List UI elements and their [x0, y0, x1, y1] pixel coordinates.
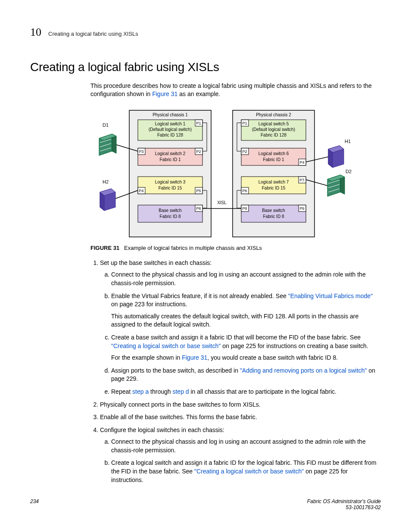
- svg-text:Fabric ID 1: Fabric ID 1: [263, 157, 284, 162]
- procedure-list: Set up the base switches in each chassis…: [90, 259, 381, 484]
- step-1a: Connect to the physical chassis and log …: [111, 271, 381, 287]
- step-1-sublist: Connect to the physical chassis and log …: [100, 271, 381, 396]
- device-d1-icon: [99, 134, 116, 156]
- step-1e: Repeat step a through step d in all chas…: [111, 388, 381, 396]
- svg-text:Fabric ID 128: Fabric ID 128: [261, 133, 286, 137]
- svg-text:P1: P1: [196, 121, 201, 125]
- step-4: Configure the logical switches in each c…: [100, 426, 381, 485]
- svg-text:D2: D2: [346, 169, 352, 174]
- svg-text:Fabric ID 15: Fabric ID 15: [159, 186, 182, 190]
- svg-text:P2: P2: [196, 149, 201, 154]
- step-2: Physically connect ports in the base swi…: [100, 401, 381, 409]
- svg-rect-34: [241, 148, 306, 165]
- step-1b-para: This automatically creates the default l…: [111, 312, 381, 329]
- svg-rect-7: [138, 148, 202, 165]
- step-1b-t2: on page 223 for instructions.: [111, 301, 187, 308]
- figure-31-diagram: Physical chassis 1 Logical switch 1 (Def…: [90, 106, 381, 240]
- step-1c-para: For the example shown in Figure 31, you …: [111, 354, 381, 362]
- step-1d-link[interactable]: "Adding and removing ports on a logical …: [240, 367, 367, 374]
- svg-rect-48: [241, 205, 306, 222]
- step-1c-para-link[interactable]: Figure 31: [182, 354, 207, 361]
- figure-label: FIGURE 31: [90, 245, 119, 251]
- device-d2-icon: [327, 175, 345, 196]
- intro-text-1: This procedure describes how to create a…: [90, 82, 372, 97]
- footer-docnum: 53-1001763-02: [346, 504, 381, 510]
- step-4a: Connect to the physical chassis and log …: [111, 438, 381, 454]
- svg-text:P6: P6: [242, 189, 247, 193]
- chassis1-label: Physical chassis 1: [153, 112, 188, 117]
- step-1d: Assign ports to the base switch, as desc…: [111, 367, 381, 383]
- step-1e-l1[interactable]: step a: [132, 388, 149, 395]
- intro-figure-link[interactable]: Figure 31: [152, 90, 177, 97]
- svg-text:P4: P4: [299, 160, 304, 165]
- svg-text:Fabric ID 1: Fabric ID 1: [160, 157, 181, 162]
- svg-text:Logical switch 6: Logical switch 6: [258, 151, 289, 156]
- svg-text:P2: P2: [242, 149, 247, 154]
- page-footer: 234 Fabric OS Administrator's Guide 53-1…: [30, 498, 381, 510]
- svg-text:Logical switch 3: Logical switch 3: [155, 180, 186, 184]
- svg-text:Base switch: Base switch: [159, 208, 181, 213]
- page-header: 10 Creating a logical fabric using XISLs: [30, 26, 381, 39]
- footer-page-number: 234: [30, 498, 39, 510]
- svg-text:(Default logical switch): (Default logical switch): [149, 127, 192, 132]
- step-1e-l2[interactable]: step d: [172, 388, 189, 395]
- figure-caption-text: Example of logical fabrics in multiple c…: [124, 245, 262, 251]
- svg-text:P4: P4: [139, 189, 143, 193]
- step-1c-para-t1: For the example shown in: [111, 354, 182, 361]
- svg-text:H1: H1: [345, 139, 351, 144]
- svg-text:Fabric ID 8: Fabric ID 8: [160, 214, 181, 219]
- figure-caption: FIGURE 31 Example of logical fabrics in …: [90, 245, 381, 251]
- intro-paragraph: This procedure describes how to create a…: [90, 82, 381, 98]
- svg-text:D1: D1: [103, 122, 109, 128]
- svg-text:H2: H2: [103, 179, 109, 184]
- svg-text:(Default logical switch): (Default logical switch): [252, 127, 295, 132]
- footer-title: Fabric OS Administrator's Guide: [307, 498, 381, 504]
- svg-rect-14: [138, 177, 202, 194]
- step-1: Set up the base switches in each chassis…: [100, 259, 381, 396]
- svg-text:P8: P8: [242, 206, 247, 211]
- step-1e-t2: through: [149, 388, 172, 395]
- host-h2-icon: [100, 189, 115, 211]
- step-1c-t2: on page 225 for instructions on creating…: [221, 342, 368, 349]
- step-1c-para-t2: , you would create a base switch with fa…: [207, 354, 338, 361]
- step-1c-link[interactable]: "Creating a logical switch or base switc…: [111, 342, 221, 349]
- step-1e-t3: in all chassis that are to participate i…: [189, 388, 336, 395]
- svg-text:Fabric ID 128: Fabric ID 128: [157, 133, 183, 137]
- svg-text:Logical switch 7: Logical switch 7: [258, 180, 289, 184]
- step-4b-link[interactable]: "Creating a logical switch or base switc…: [194, 468, 304, 475]
- svg-text:Physical chassis 2: Physical chassis 2: [256, 112, 291, 117]
- svg-text:Logical switch 1: Logical switch 1: [155, 121, 186, 126]
- intro-text-2: as an example.: [177, 90, 220, 97]
- svg-text:P3: P3: [139, 149, 143, 154]
- svg-text:P5: P5: [196, 189, 201, 193]
- svg-rect-41: [241, 177, 306, 194]
- host-h1-icon: [328, 146, 344, 168]
- step-1b: Enable the Virtual Fabrics feature, if i…: [111, 292, 381, 329]
- step-1c-t1: Create a base switch and assign it a fab…: [111, 334, 361, 341]
- footer-doc-info: Fabric OS Administrator's Guide 53-10017…: [307, 498, 381, 510]
- step-1d-t1: Assign ports to the base switch, as desc…: [111, 367, 240, 374]
- svg-text:P7: P7: [299, 178, 304, 182]
- chapter-number: 10: [30, 26, 41, 39]
- svg-rect-21: [138, 205, 202, 222]
- step-1-text: Set up the base switches in each chassis…: [100, 259, 212, 266]
- svg-text:Logical switch 5: Logical switch 5: [258, 121, 289, 126]
- svg-text:P9: P9: [299, 206, 304, 211]
- svg-text:Logical switch 2: Logical switch 2: [155, 151, 186, 156]
- header-section-title: Creating a logical fabric using XISLs: [48, 31, 138, 37]
- svg-text:Fabric ID 15: Fabric ID 15: [262, 186, 286, 190]
- step-1c: Create a base switch and assign it a fab…: [111, 333, 381, 362]
- svg-text:XISL: XISL: [217, 200, 227, 205]
- svg-text:Base switch: Base switch: [262, 208, 285, 213]
- svg-text:Fabric ID 8: Fabric ID 8: [263, 214, 284, 219]
- step-4b: Create a logical switch and assign it a …: [111, 459, 381, 484]
- step-1b-t1: Enable the Virtual Fabrics feature, if i…: [111, 292, 288, 299]
- step-3: Enable all of the base switches. This fo…: [100, 413, 381, 422]
- svg-text:P6: P6: [196, 206, 201, 211]
- step-1e-t1: Repeat: [111, 388, 132, 395]
- step-1b-link[interactable]: "Enabling Virtual Fabrics mode": [288, 292, 373, 299]
- step-4-text: Configure the logical switches in each c…: [100, 426, 224, 433]
- svg-text:P1: P1: [242, 121, 247, 125]
- page-title: Creating a logical fabric using XISLs: [30, 60, 381, 74]
- step-4-sublist: Connect to the physical chassis and log …: [100, 438, 381, 484]
